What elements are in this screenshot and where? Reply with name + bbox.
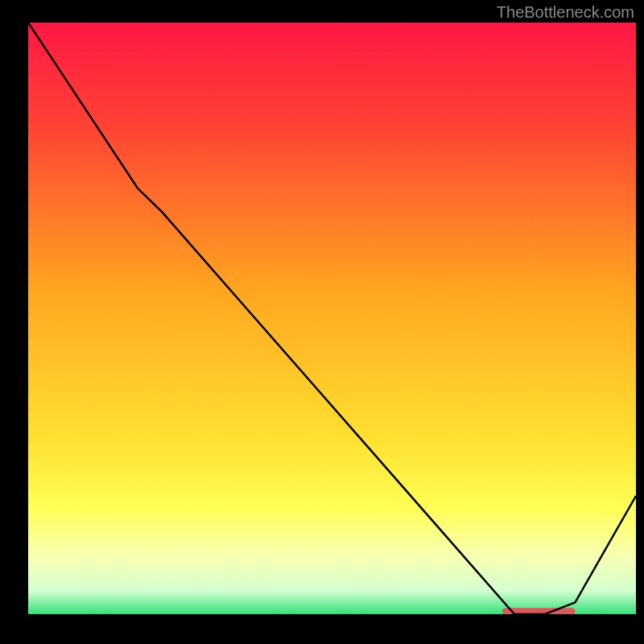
watermark-text: TheBottleneck.com: [497, 3, 634, 22]
bottleneck-chart: [28, 23, 636, 614]
chart-svg: [28, 23, 636, 614]
chart-background: [28, 23, 636, 614]
